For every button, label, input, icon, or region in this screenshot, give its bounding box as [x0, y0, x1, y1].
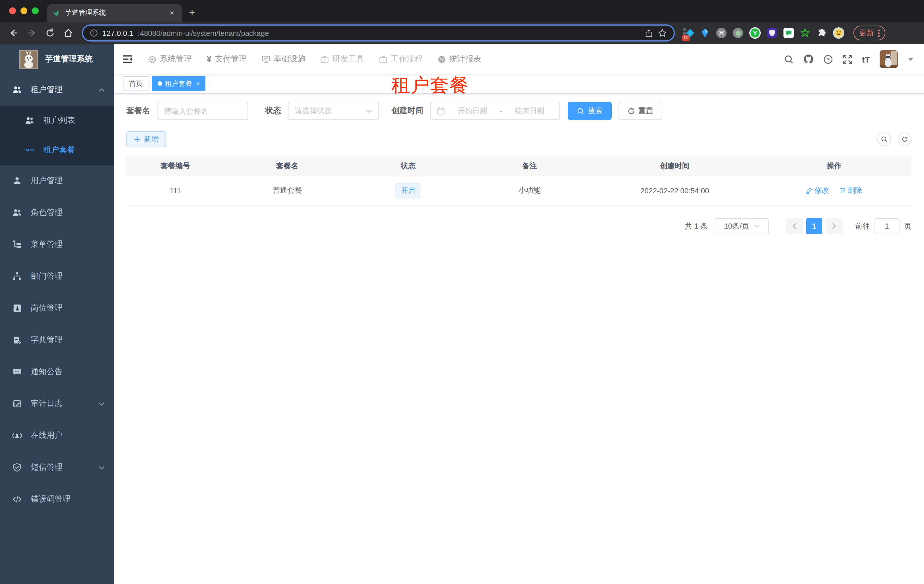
yudao-extension-icon[interactable]: Y — [749, 27, 761, 39]
new-tab-button[interactable]: + — [189, 5, 195, 20]
sidebar-item-tenant-management[interactable]: 租户管理 — [0, 74, 114, 106]
sidebar-item-role-management[interactable]: 角色管理 — [0, 197, 114, 229]
table-toolbar: 新增 — [126, 132, 911, 147]
sidebar-item-sms-management[interactable]: 短信管理 — [0, 451, 114, 484]
share-icon[interactable] — [645, 29, 653, 37]
sidebar-item-online-users[interactable]: 在线用户 — [0, 419, 114, 451]
sidebar-item-error-code[interactable]: 错误码管理 — [0, 484, 114, 515]
sidebar-item-notice[interactable]: 通知公告 — [0, 356, 114, 388]
current-page-button[interactable]: 1 — [806, 218, 822, 234]
help-icon[interactable]: ? — [823, 54, 833, 64]
cell-create-time: 2022-02-22 00:54:00 — [592, 176, 757, 205]
top-menu-devtools[interactable]: 研发工具 — [320, 54, 364, 64]
chevron-down-icon — [99, 466, 105, 469]
url-bar[interactable]: 127.0.0.1:48080/admin-ui/system/tenant/p… — [82, 25, 675, 41]
col-remark: 备注 — [466, 156, 592, 176]
top-menu-infra[interactable]: 基础设施 — [262, 54, 305, 64]
goto-page-input[interactable] — [874, 218, 899, 234]
sidebar-item-dict-management[interactable]: 字典管理 — [0, 324, 114, 356]
add-button[interactable]: 新增 — [126, 132, 166, 147]
top-menu-report[interactable]: 统计报表 — [437, 54, 481, 64]
chat-extension-icon[interactable] — [784, 28, 794, 38]
select-chevron-down-icon — [366, 109, 372, 113]
top-menu-workflow[interactable]: 工作流程 — [379, 54, 423, 64]
goto-label: 前往 — [855, 221, 870, 231]
cell-status: 开启 — [350, 176, 466, 205]
favicon-plant-icon — [52, 9, 60, 17]
cell-package-name: 普通套餐 — [224, 176, 350, 205]
date-range-picker[interactable]: 开始日期 - 结束日期 — [430, 102, 560, 120]
sidebar-collapse-icon[interactable] — [122, 53, 133, 65]
reset-button[interactable]: 重置 — [619, 102, 662, 120]
pagination-total: 共 1 条 — [685, 221, 708, 231]
forward-icon[interactable] — [24, 25, 40, 41]
prev-page-button[interactable] — [786, 218, 803, 234]
shield-extension-icon[interactable] — [767, 28, 777, 38]
puzzle-extension-icon[interactable] — [817, 28, 827, 38]
hide-search-icon[interactable] — [877, 133, 891, 146]
fullscreen-icon[interactable] — [843, 54, 852, 64]
table-header-row: 套餐编号 套餐名 状态 备注 创建时间 操作 — [126, 156, 911, 176]
app-navbar: 系统管理 ¥ 支付管理 基础设施 研发工具 — [114, 44, 924, 74]
browser-menu-kebab-icon[interactable] — [878, 29, 879, 37]
extension-badge: 10 — [682, 35, 690, 41]
font-size-icon[interactable]: tT — [862, 54, 870, 64]
avatar-caret-down-icon[interactable] — [908, 57, 914, 61]
zoom-window-button[interactable] — [32, 7, 39, 14]
recorder-extension-icon[interactable] — [733, 28, 743, 38]
window-controls — [0, 7, 39, 14]
user-avatar[interactable] — [879, 50, 898, 68]
status-label: 状态 — [265, 106, 281, 116]
sidebar-logo-row[interactable]: 芋道管理系统 — [0, 44, 114, 74]
home-icon[interactable] — [60, 25, 76, 41]
admin-app: 芋道管理系统 租户管理 租户列表 租户套餐 — [0, 44, 924, 584]
sidebar-item-audit-log[interactable]: 审计日志 — [0, 388, 114, 419]
status-badge[interactable]: 开启 — [396, 183, 421, 198]
tab-close-icon[interactable]: × — [168, 8, 177, 17]
header-search-icon[interactable] — [784, 54, 794, 64]
top-menu: 系统管理 ¥ 支付管理 基础设施 研发工具 — [148, 54, 481, 64]
chevron-down-icon — [99, 402, 105, 406]
bookmark-star-icon[interactable] — [658, 28, 667, 38]
top-menu-system[interactable]: 系统管理 — [148, 54, 192, 64]
github-icon[interactable] — [804, 54, 813, 64]
sidebar-item-post-management[interactable]: 岗位管理 — [0, 292, 114, 324]
sidebar-item-dept-management[interactable]: 部门管理 — [0, 260, 114, 292]
tag-tenant-package[interactable]: 租户套餐 × — [152, 76, 206, 91]
status-select[interactable]: 请选择状态 — [288, 102, 379, 120]
main-panel: 租户套餐 系统管理 ¥ 支付管理 基 — [114, 44, 924, 584]
search-button[interactable]: 搜索 — [568, 102, 612, 120]
sidebar-item-user-management[interactable]: 用户管理 — [0, 165, 114, 197]
command-extension-icon[interactable]: ⌘ — [716, 28, 726, 38]
back-icon[interactable] — [6, 25, 21, 41]
cell-remark: 小功能 — [466, 176, 592, 205]
tag-close-icon[interactable]: × — [196, 80, 200, 87]
url-path: :48080/admin-ui/system/tenant/package — [138, 29, 269, 37]
star-extension-icon[interactable] — [800, 28, 810, 38]
gem-extension-icon[interactable] — [700, 28, 710, 38]
squares-diamond-extension-icon[interactable]: 10 — [683, 28, 693, 38]
tag-home[interactable]: 首页 — [124, 76, 148, 91]
reload-icon[interactable] — [42, 25, 58, 41]
next-page-button[interactable] — [825, 218, 843, 234]
cell-package-id: 111 — [126, 176, 224, 205]
page-size-select[interactable]: 10条/页 — [714, 218, 769, 234]
emoji-extension-icon[interactable] — [833, 27, 844, 39]
delete-link[interactable]: 删除 — [839, 185, 863, 196]
minimize-window-button[interactable] — [20, 7, 27, 14]
close-window-button[interactable] — [9, 7, 16, 14]
sidebar-item-menu-management[interactable]: 菜单管理 — [0, 229, 114, 260]
package-name-input[interactable] — [164, 107, 241, 115]
top-menu-payment[interactable]: ¥ 支付管理 — [206, 54, 247, 64]
browser-tab[interactable]: 芋道管理系统 × — [47, 4, 182, 21]
pagination-goto: 前往 页 — [855, 218, 911, 234]
refresh-table-icon[interactable] — [898, 133, 911, 146]
browser-update-button[interactable]: 更新 — [853, 26, 885, 40]
svg-text:?: ? — [827, 56, 830, 62]
select-chevron-down-icon — [754, 224, 759, 228]
sidebar-item-tenant-list[interactable]: 租户列表 — [0, 106, 114, 135]
edit-link[interactable]: 修改 — [806, 185, 829, 196]
sidebar-item-tenant-package[interactable]: 租户套餐 — [0, 135, 114, 165]
site-info-icon[interactable] — [90, 29, 98, 37]
date-start-placeholder: 开始日期 — [449, 106, 496, 116]
